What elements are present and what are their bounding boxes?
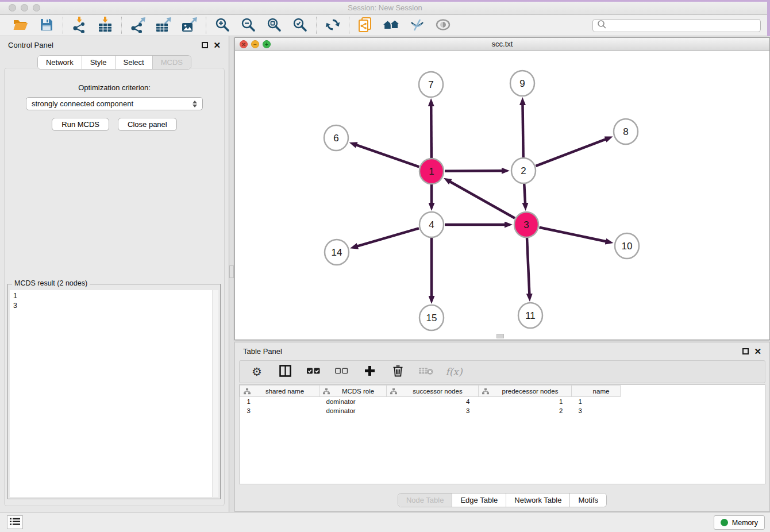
- graph-edge-2-9[interactable]: [522, 104, 523, 157]
- table-cell[interactable]: 4: [387, 397, 479, 406]
- result-scrollbar[interactable]: [212, 290, 218, 497]
- column-header-shared-name[interactable]: shared name: [240, 385, 319, 397]
- tab-mcds[interactable]: MCDS: [153, 56, 191, 69]
- home-button[interactable]: [383, 17, 400, 34]
- export-table-button[interactable]: [155, 17, 172, 34]
- graph-node-14[interactable]: 14: [325, 240, 349, 265]
- table-cell[interactable]: 1: [479, 397, 572, 406]
- save-session-button[interactable]: [38, 17, 55, 34]
- table-cell[interactable]: 3: [240, 406, 319, 415]
- table-cell[interactable]: 3: [572, 406, 621, 415]
- zoom-in-button[interactable]: [214, 17, 231, 34]
- column-header-predecessor-nodes[interactable]: predecessor nodes: [479, 385, 572, 397]
- panel-divider-handle[interactable]: [229, 265, 234, 278]
- tab-network[interactable]: Network: [38, 56, 82, 69]
- float-panel-icon[interactable]: [202, 42, 208, 48]
- homes-icon: [383, 18, 400, 33]
- close-window-button[interactable]: [9, 4, 16, 11]
- node-table[interactable]: shared nameMCDS rolesuccessor nodesprede…: [240, 385, 621, 415]
- file-group: [5, 17, 63, 34]
- graph-node-15[interactable]: 15: [419, 305, 444, 330]
- float-table-panel-icon[interactable]: [742, 348, 749, 354]
- graph-node-11[interactable]: 11: [518, 303, 542, 328]
- graph-node-4[interactable]: 4: [419, 212, 444, 237]
- graph-node-1[interactable]: 1: [419, 159, 444, 184]
- table-cell[interactable]: 2: [479, 406, 572, 415]
- table-settings-button[interactable]: ⚙: [248, 363, 265, 380]
- maximize-view-button[interactable]: +: [263, 40, 271, 48]
- search-box[interactable]: [592, 19, 761, 32]
- graph-node-7[interactable]: 7: [419, 72, 443, 97]
- graph-node-2[interactable]: 2: [511, 158, 536, 183]
- table-panel: Table Panel ✕ ⚙ f(x) shared nameMCDS rol…: [234, 342, 770, 512]
- graph-node-6[interactable]: 6: [324, 125, 348, 151]
- import-network-button[interactable]: [71, 17, 88, 34]
- network-graph[interactable]: 7968124314101511: [235, 51, 769, 340]
- apply-function-button[interactable]: f(x): [445, 363, 463, 380]
- copy-network-button[interactable]: [357, 17, 374, 34]
- graph-edge-3-10[interactable]: [540, 228, 607, 242]
- table-cell[interactable]: dominator: [319, 406, 387, 415]
- close-panel-icon[interactable]: ✕: [213, 42, 221, 48]
- minimize-window-button[interactable]: [21, 4, 28, 11]
- delete-row-button[interactable]: [389, 363, 406, 380]
- column-header-name[interactable]: name: [572, 385, 621, 397]
- zoom-selected-button[interactable]: [291, 17, 309, 34]
- export-network-button[interactable]: [129, 17, 147, 34]
- show-panel-button[interactable]: [434, 17, 452, 34]
- table-cell[interactable]: 3: [387, 406, 479, 415]
- graph-edge-4-14[interactable]: [357, 228, 419, 246]
- table-cell[interactable]: 1: [240, 397, 319, 406]
- table-tab-node-table[interactable]: Node Table: [398, 494, 453, 507]
- column-chooser-button[interactable]: [276, 363, 294, 380]
- import-group: [63, 17, 121, 34]
- delete-column-button[interactable]: [417, 363, 434, 380]
- refresh-layout-button[interactable]: [324, 17, 341, 34]
- graph-edge-1-6[interactable]: [356, 145, 419, 167]
- column-header-successor-nodes[interactable]: successor nodes: [387, 385, 479, 397]
- table-cell[interactable]: dominator: [319, 397, 387, 406]
- run-mcds-button[interactable]: Run MCDS: [52, 118, 109, 131]
- minimize-view-button[interactable]: −: [251, 40, 259, 48]
- zoom-out-button[interactable]: [240, 17, 257, 34]
- import-table-button[interactable]: [97, 17, 114, 34]
- table-row[interactable]: 3dominator323: [240, 406, 621, 415]
- search-input[interactable]: [609, 21, 756, 30]
- optimization-label: Optimization criterion:: [5, 83, 224, 92]
- graph-edge-2-3[interactable]: [524, 184, 525, 204]
- hide-panel-button[interactable]: [409, 17, 426, 34]
- graph-node-10[interactable]: 10: [615, 233, 639, 259]
- criterion-dropdown[interactable]: strongly connected component: [26, 97, 203, 110]
- table-tab-motifs[interactable]: Motifs: [570, 494, 606, 507]
- table-cell[interactable]: 1: [572, 397, 621, 406]
- graph-edge-2-8[interactable]: [536, 139, 606, 166]
- network-canvas[interactable]: 7968124314101511: [235, 51, 769, 340]
- memory-button[interactable]: Memory: [714, 515, 765, 530]
- open-file-button[interactable]: [12, 17, 29, 34]
- add-row-button[interactable]: [361, 363, 378, 380]
- graph-edge-3-1[interactable]: [449, 182, 515, 218]
- tab-style[interactable]: Style: [82, 56, 116, 69]
- mcds-result-text[interactable]: 1 3: [10, 290, 211, 497]
- zoom-fit-button[interactable]: [265, 17, 283, 34]
- graph-edge-1-2[interactable]: [445, 171, 503, 171]
- export-image-button[interactable]: [181, 17, 198, 34]
- graph-node-9[interactable]: 9: [510, 71, 534, 96]
- deselect-all-button[interactable]: [333, 363, 350, 380]
- zoom-window-button[interactable]: [33, 4, 40, 11]
- column-header-mcds-role[interactable]: MCDS role: [319, 385, 387, 397]
- graph-node-3[interactable]: 3: [514, 212, 538, 237]
- graph-edge-1-7[interactable]: [431, 105, 432, 158]
- table-tab-network-table[interactable]: Network Table: [506, 494, 570, 507]
- graph-edge-3-11[interactable]: [527, 238, 529, 295]
- close-view-button[interactable]: ✕: [240, 40, 248, 48]
- table-row[interactable]: 1dominator411: [240, 397, 621, 406]
- close-table-panel-icon[interactable]: ✕: [754, 348, 761, 354]
- graph-node-8[interactable]: 8: [614, 119, 638, 144]
- select-all-button[interactable]: [305, 363, 322, 380]
- canvas-scroll-handle[interactable]: [496, 334, 504, 338]
- table-tab-edge-table[interactable]: Edge Table: [452, 494, 506, 507]
- tab-select[interactable]: Select: [116, 56, 153, 69]
- task-history-button[interactable]: [7, 515, 23, 529]
- close-panel-button[interactable]: Close panel: [118, 118, 177, 131]
